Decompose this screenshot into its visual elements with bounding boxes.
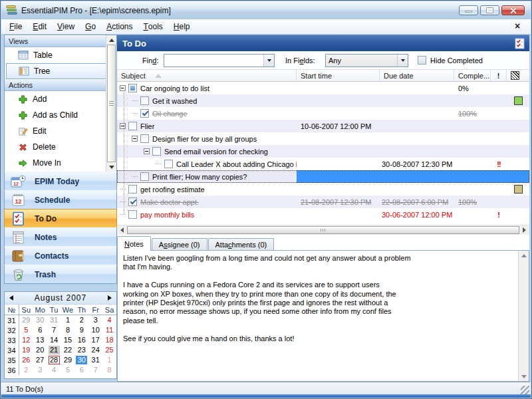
in-fields-select[interactable]: Any — [325, 54, 408, 67]
collapse-icon[interactable] — [144, 148, 150, 154]
task-checkbox[interactable] — [140, 96, 149, 105]
find-input[interactable] — [164, 54, 275, 67]
calendar-next-icon[interactable] — [103, 295, 116, 301]
todo-row[interactable]: Call Leader X about adding Chicago info3… — [117, 158, 529, 170]
menu-go[interactable]: Go — [80, 19, 101, 34]
action-add-as-child[interactable]: Add as Child — [5, 107, 116, 123]
calendar-day[interactable]: 30 — [33, 316, 47, 325]
calendar-prev-icon[interactable] — [5, 295, 18, 301]
calendar-day[interactable]: 5 — [61, 366, 75, 374]
calendar-day[interactable]: 2 — [74, 316, 88, 325]
calendar-day[interactable]: 30 — [74, 356, 88, 364]
task-checkbox[interactable] — [140, 172, 149, 181]
chevron-down-icon[interactable] — [397, 55, 408, 66]
maximize-button[interactable] — [480, 5, 499, 15]
column-due-date[interactable]: Due date — [380, 70, 454, 81]
action-edit[interactable]: Edit — [5, 123, 116, 139]
calendar-day[interactable]: 21 — [47, 346, 61, 354]
todo-row[interactable]: Make doctor appt.21-08-2007 12:30 PM22-0… — [117, 196, 529, 208]
scroll-left-icon[interactable] — [117, 225, 127, 235]
calendar-day[interactable]: 1 — [102, 356, 116, 364]
notes-scrollbar[interactable] — [518, 251, 529, 381]
horizontal-scrollbar[interactable] — [117, 225, 529, 235]
nav-contacts[interactable]: Contacts — [4, 246, 117, 265]
action-move-in[interactable]: Move In — [5, 155, 116, 171]
calendar-day[interactable]: 6 — [33, 326, 47, 334]
task-checkbox[interactable] — [128, 122, 137, 130]
calendar-day[interactable]: 26 — [19, 356, 33, 364]
calendar-day[interactable]: 9 — [74, 326, 88, 334]
calendar-day[interactable]: 5 — [19, 326, 33, 334]
collapse-icon[interactable] — [132, 136, 138, 142]
calendar-day[interactable]: 1 — [61, 316, 75, 325]
sidebar-item-tree[interactable]: Tree — [6, 63, 115, 79]
calendar-day[interactable]: 4 — [47, 366, 61, 374]
close-view-icon[interactable]: × — [512, 21, 523, 31]
column-color-mark[interactable] — [507, 70, 529, 81]
calendar-day[interactable]: 10 — [88, 326, 102, 334]
scrollbar-thumb[interactable] — [127, 226, 519, 234]
calendar-day[interactable]: 8 — [102, 366, 116, 374]
todo-row[interactable]: Flier10-06-2007 12:00 PM — [117, 120, 529, 132]
calendar-day[interactable]: 22 — [61, 346, 75, 354]
resize-grip[interactable] — [521, 386, 529, 394]
todo-row[interactable]: pay monthly bills30-06-2007 12:00 PM! — [117, 208, 529, 221]
calendar-day[interactable]: 8 — [61, 326, 75, 334]
column-subject[interactable]: Subject — [117, 70, 297, 81]
calendar-day[interactable]: 27 — [33, 356, 47, 364]
task-checkbox[interactable] — [140, 109, 149, 118]
notes-editor[interactable]: Listen I've been googling from a long ti… — [118, 251, 517, 381]
todo-row[interactable]: Send email version for checking — [117, 145, 529, 158]
calendar-day[interactable]: 14 — [47, 336, 61, 344]
calendar-day[interactable]: 31 — [47, 316, 61, 325]
chevron-down-icon[interactable] — [263, 55, 274, 66]
calendar-day[interactable]: 7 — [47, 326, 61, 334]
action-delete[interactable]: Delete — [5, 139, 116, 155]
calendar-day[interactable]: 11 — [102, 326, 116, 334]
calendar-day[interactable]: 12 — [19, 336, 33, 344]
calendar-day[interactable]: 6 — [74, 366, 88, 374]
task-checkbox[interactable] — [128, 198, 137, 206]
calendar-day[interactable]: 24 — [88, 346, 102, 354]
task-checkbox[interactable] — [152, 147, 161, 156]
calendar-day[interactable]: 25 — [102, 346, 116, 354]
calendar-day[interactable]: 7 — [88, 366, 102, 374]
tab-assignee[interactable]: Assignee (0) — [152, 238, 207, 251]
calendar-day[interactable]: 29 — [19, 316, 33, 325]
calendar-day[interactable]: 18 — [102, 336, 116, 344]
todo-row[interactable]: Design flier for use by all groups — [117, 132, 529, 145]
minimize-button[interactable] — [459, 5, 478, 15]
todo-row[interactable]: Oil change100% — [117, 107, 529, 120]
tab-notes[interactable]: Notes — [117, 236, 151, 251]
menu-file[interactable]: File — [4, 19, 27, 34]
tab-attachments[interactable]: Attachments (0) — [208, 238, 275, 251]
scroll-up-icon[interactable] — [519, 251, 529, 259]
scroll-down-icon[interactable] — [519, 372, 529, 380]
calendar-day[interactable]: 16 — [74, 336, 88, 344]
menu-actions[interactable]: Actions — [101, 19, 138, 34]
menu-edit[interactable]: Edit — [27, 19, 52, 34]
todo-row[interactable]: Get it washed — [117, 94, 529, 107]
todo-row[interactable]: get roofing estimate — [117, 183, 529, 196]
menu-tools[interactable]: Tools — [138, 19, 168, 34]
column-start-time[interactable]: Start time — [297, 70, 380, 81]
calendar-day[interactable]: 19 — [19, 346, 33, 354]
task-checkbox[interactable] — [128, 185, 137, 194]
menu-view[interactable]: View — [52, 19, 80, 34]
scrollbar-thumb[interactable] — [107, 45, 116, 162]
calendar-day[interactable]: 23 — [74, 346, 88, 354]
collapse-icon[interactable] — [120, 123, 126, 129]
close-button[interactable] — [501, 5, 525, 15]
task-checkbox[interactable] — [128, 84, 137, 92]
nav-schedule[interactable]: 12 Schedule — [4, 190, 117, 209]
collapse-icon[interactable] — [120, 85, 126, 91]
todo-row[interactable]: Car ongoing to do list0% — [117, 82, 529, 94]
calendar-day[interactable]: 3 — [88, 316, 102, 325]
calendar-day[interactable]: 29 — [61, 356, 75, 364]
todo-row[interactable]: Print flier; How many copies? — [117, 170, 529, 183]
column-priority[interactable]: ! — [491, 70, 507, 81]
calendar-day[interactable]: 15 — [61, 336, 75, 344]
sidebar-item-table[interactable]: Table — [5, 47, 116, 63]
nav-trash[interactable]: Trash — [4, 265, 117, 284]
task-checkbox[interactable] — [164, 160, 173, 168]
